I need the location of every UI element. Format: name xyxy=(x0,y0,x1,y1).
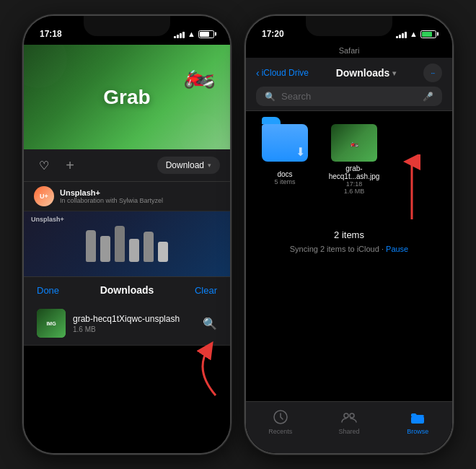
downloads-title: Downloads xyxy=(100,284,154,296)
files-grid: ⬇ docs 5 items 🏍️ grab-hecq1t...ash.jpg … xyxy=(246,111,452,208)
search-placeholder: Search xyxy=(281,91,417,102)
shared-icon xyxy=(340,408,358,426)
download-label: Download xyxy=(166,160,204,170)
avatar-text: U+ xyxy=(40,193,48,200)
shared-label: Shared xyxy=(338,428,359,435)
browse-label: Browse xyxy=(407,428,428,435)
thumb-inner: IMG xyxy=(37,309,66,338)
safari-back-button[interactable]: ‹ iCloud Drive xyxy=(256,67,309,79)
unsplash-avatar: U+ xyxy=(34,186,54,206)
phone2-content: 17:20 ▲ Safari ‹ xyxy=(246,16,452,453)
phone-1: 17:18 ▲ 🏍️ Grab xyxy=(22,14,232,455)
recents-icon xyxy=(271,408,290,426)
heart-button[interactable]: ♡ xyxy=(34,155,54,175)
rider-emoji: 🏍️ xyxy=(183,59,216,89)
robots-shapes xyxy=(86,226,168,262)
unsplash-title: Unsplash+ xyxy=(60,188,163,197)
plus-button[interactable]: + xyxy=(60,155,80,175)
download-item: IMG grab-hecq1tXiqwc-unsplash 1.6 MB 🔍 xyxy=(24,302,230,346)
folder-name: docs xyxy=(277,170,292,178)
time-1: 17:18 xyxy=(40,29,62,39)
svg-point-2 xyxy=(344,413,348,418)
battery-fill-1 xyxy=(200,32,209,37)
phone-2: 17:20 ▲ Safari ‹ xyxy=(244,14,454,455)
arm4 xyxy=(129,239,139,262)
search-bar[interactable]: 🔍 Search 🎤 xyxy=(256,87,442,106)
bar2 xyxy=(177,35,179,38)
image-file-item[interactable]: 🏍️ grab-hecq1t...ash.jpg 17:18 1.6 MB xyxy=(325,124,383,195)
arm2 xyxy=(100,236,110,262)
search-icon: 🔍 xyxy=(265,92,276,102)
download-info: grab-hecq1tXiqwc-unsplash 1.6 MB xyxy=(73,314,195,333)
back-label: iCloud Drive xyxy=(262,68,309,78)
red-arrow-2 xyxy=(390,154,433,227)
mic-icon: 🎤 xyxy=(423,92,433,102)
search-icon-button[interactable]: 🔍 xyxy=(203,317,217,330)
tab-recents[interactable]: Recents xyxy=(246,408,314,435)
notch-2 xyxy=(306,16,392,36)
status-right-1: ▲ xyxy=(174,30,214,38)
current-folder: Downloads xyxy=(336,67,390,79)
image-time: 17:18 xyxy=(346,180,363,188)
signal-bars-1 xyxy=(174,30,185,38)
more-button[interactable]: ··· xyxy=(423,63,442,82)
download-chevron-icon: ▾ xyxy=(208,162,211,169)
arm1 xyxy=(86,230,96,262)
folder-chevron-icon: ▾ xyxy=(392,69,396,77)
downloads-header: Done Downloads Clear xyxy=(24,276,230,302)
time-2: 17:20 xyxy=(262,29,284,39)
svg-point-3 xyxy=(350,413,354,418)
grab-logo: Grab xyxy=(103,86,150,109)
unsplash-subtitle: In collaboration with Sylwia Bartyzel xyxy=(60,197,163,204)
folder-icon-wrapper: ⬇ xyxy=(262,124,308,167)
breadcrumb: Downloads ▾ xyxy=(336,67,397,79)
phone1-content: 17:18 ▲ 🏍️ Grab xyxy=(24,16,230,453)
recents-label: Recents xyxy=(268,428,292,435)
p2-bar4 xyxy=(405,32,407,38)
action-bar: ♡ + Download ▾ xyxy=(24,149,230,182)
download-button[interactable]: Download ▾ xyxy=(157,157,220,174)
signal-bars-2 xyxy=(396,30,407,38)
unsplash-text: Unsplash+ In collaboration with Sylwia B… xyxy=(60,188,163,204)
unsplash-row: U+ Unsplash+ In collaboration with Sylwi… xyxy=(24,182,230,211)
done-button[interactable]: Done xyxy=(37,285,59,296)
item-count: 2 items xyxy=(246,229,452,240)
safari-label: Safari xyxy=(246,45,452,58)
bar1 xyxy=(174,36,176,38)
arm3 xyxy=(115,226,125,262)
safari-nav: ‹ iCloud Drive Downloads ▾ ··· 🔍 Search … xyxy=(246,58,452,111)
download-name: grab-hecq1tXiqwc-unsplash xyxy=(73,314,195,324)
tab-shared[interactable]: Shared xyxy=(314,408,383,435)
cloud-download-icon: ⬇ xyxy=(296,145,305,159)
robots-label: Unsplash+ xyxy=(31,216,64,223)
folder-item-docs[interactable]: ⬇ docs 5 items xyxy=(256,124,314,195)
browse-icon xyxy=(408,408,427,426)
grab-thumb-emoji: 🏍️ xyxy=(350,139,358,147)
notch-1 xyxy=(84,16,170,36)
folder-tab xyxy=(262,117,281,124)
download-size: 1.6 MB xyxy=(73,325,195,333)
image-file-name: grab-hecq1t...ash.jpg xyxy=(325,165,383,180)
battery-icon-1 xyxy=(198,30,214,38)
sync-status: Syncing 2 items to iCloud · Pause xyxy=(246,245,452,253)
p2-bar2 xyxy=(399,35,401,38)
pause-button[interactable]: Pause xyxy=(386,245,408,253)
svg-rect-4 xyxy=(411,416,424,424)
download-thumb: IMG xyxy=(37,309,66,338)
p2-bar1 xyxy=(396,36,398,38)
robots-image: Unsplash+ xyxy=(24,211,230,276)
clear-button[interactable]: Clear xyxy=(195,285,217,296)
p2-bar3 xyxy=(402,33,404,38)
tab-bar: Recents Shared xyxy=(246,401,452,453)
bar4 xyxy=(182,32,185,38)
battery-fill-2 xyxy=(422,32,432,37)
wifi-icon-1: ▲ xyxy=(188,30,195,38)
status-right-2: ▲ xyxy=(396,30,436,38)
folder-meta: 5 items xyxy=(274,178,295,185)
folder-body: ⬇ xyxy=(262,124,308,162)
arm6 xyxy=(158,242,168,262)
tab-browse[interactable]: Browse xyxy=(384,408,452,435)
image-thumb: 🏍️ xyxy=(331,124,377,162)
wifi-icon-2: ▲ xyxy=(410,30,418,38)
red-arrow-1 xyxy=(180,341,232,399)
